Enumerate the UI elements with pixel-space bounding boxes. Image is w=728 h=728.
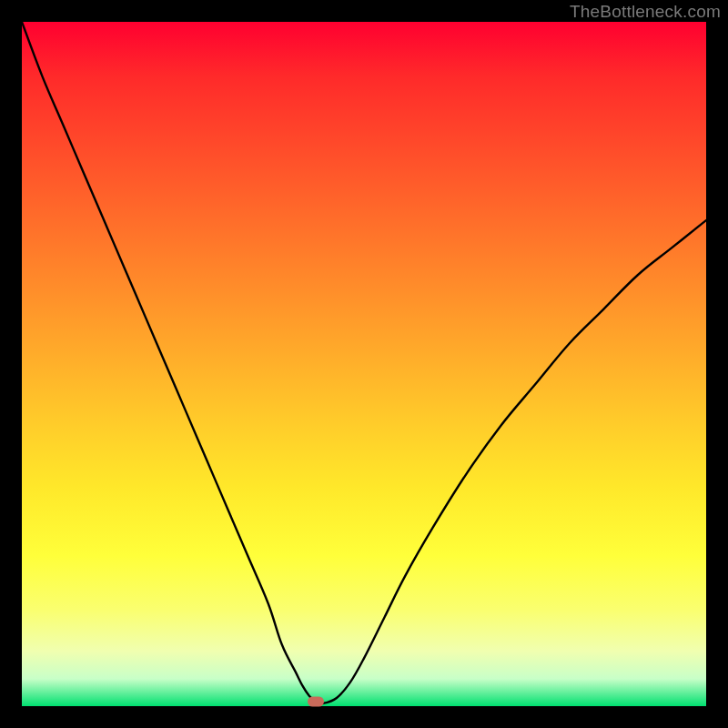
minimum-marker: [308, 697, 324, 707]
watermark-text: TheBottleneck.com: [570, 2, 721, 22]
chart-frame: [22, 22, 706, 706]
chart-gradient-background: [22, 22, 706, 706]
